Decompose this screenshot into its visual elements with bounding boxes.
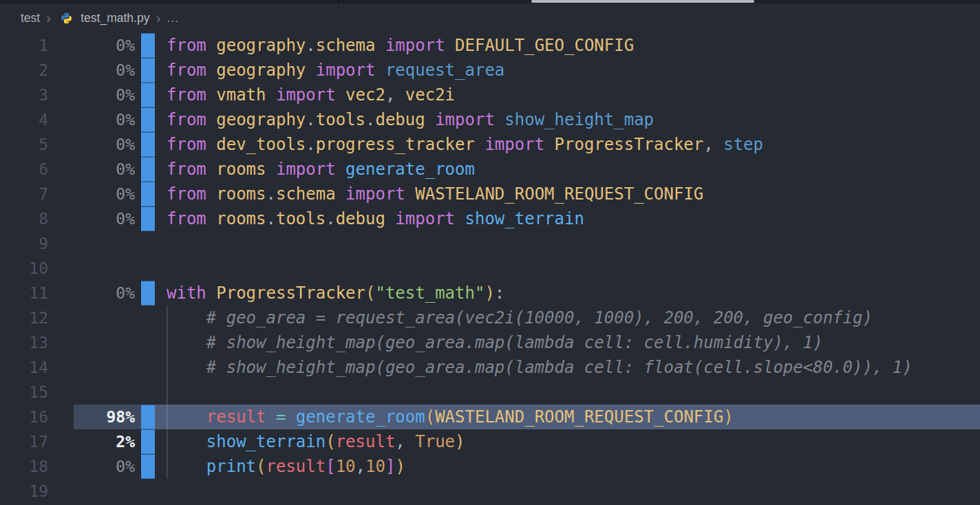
code-row[interactable]: 14 # show_height_map(geo_area.map(lambda… <box>0 355 980 380</box>
chevron-right-icon: › <box>156 10 160 25</box>
line-number[interactable]: 12 <box>0 305 48 330</box>
gutter-gap <box>135 206 141 231</box>
code-line[interactable]: print(result[10,10]) <box>155 454 980 479</box>
code-line[interactable]: # show_height_map(geo_area.map(lambda ce… <box>155 330 980 355</box>
coverage-percent: 0% <box>48 83 135 107</box>
breadcrumb-folder[interactable]: test <box>21 11 40 25</box>
line-number[interactable]: 7 <box>0 182 48 206</box>
breadcrumb: test › test_math.py › ... <box>0 3 980 33</box>
line-number[interactable]: 9 <box>0 231 48 256</box>
code-row[interactable]: 10 <box>0 256 980 281</box>
code-line[interactable]: from dev_tools.progress_tracker import P… <box>155 132 980 157</box>
token-kw: from <box>167 110 216 129</box>
code-row[interactable]: 172% show_terrain(result, True) <box>0 429 980 454</box>
code-row[interactable]: 50%from dev_tools.progress_tracker impor… <box>0 132 980 157</box>
line-number[interactable]: 8 <box>0 206 48 231</box>
line-number[interactable]: 10 <box>0 256 48 281</box>
line-number[interactable]: 17 <box>0 429 48 454</box>
token-pun <box>286 407 295 427</box>
gutter-gap <box>135 231 141 256</box>
token-fnm: request_area <box>385 61 504 80</box>
code-editor[interactable]: 10%from geography.schema import DEFAULT_… <box>0 33 980 505</box>
code-row[interactable]: 12 # geo_area = request_area(vec2i(10000… <box>0 305 980 330</box>
coverage-marker <box>141 454 155 479</box>
coverage-percent <box>48 305 135 330</box>
line-number[interactable]: 16 <box>0 405 48 429</box>
code-row[interactable]: 19 <box>0 479 980 504</box>
code-line[interactable]: # show_height_map(geo_area.map(lambda ce… <box>155 355 980 380</box>
line-number[interactable]: 11 <box>0 281 48 305</box>
code-row[interactable]: 20%from geography import request_area <box>0 58 980 83</box>
line-number[interactable]: 19 <box>0 479 48 504</box>
token-mod: debug <box>336 209 385 228</box>
line-number[interactable]: 1 <box>0 33 48 58</box>
token-pun: . <box>266 209 276 228</box>
token-mod: vec2 <box>345 85 385 105</box>
line-number[interactable]: 3 <box>0 83 48 107</box>
code-line[interactable]: from geography.tools.debug import show_h… <box>155 107 980 132</box>
line-number[interactable]: 2 <box>0 58 48 83</box>
token-b2: [ <box>326 457 335 476</box>
code-line[interactable] <box>155 231 980 256</box>
code-row[interactable]: 40%from geography.tools.debug import sho… <box>0 107 980 132</box>
code-line[interactable]: from rooms.tools.debug import show_terra… <box>155 206 980 231</box>
token-kw: from <box>167 135 216 154</box>
code-line[interactable]: from geography.schema import DEFAULT_GEO… <box>155 33 980 58</box>
code-line[interactable]: show_terrain(result, True) <box>155 429 980 454</box>
breadcrumb-file[interactable]: test_math.py <box>81 11 149 25</box>
token-mod: dev_tools <box>216 135 306 154</box>
token-pun: , <box>703 135 723 154</box>
code-row[interactable]: 10%from geography.schema import DEFAULT_… <box>0 33 980 58</box>
coverage-marker <box>141 107 155 132</box>
gutter-gap <box>135 405 141 429</box>
coverage-marker-slot <box>141 231 155 256</box>
coverage-marker-slot <box>141 256 155 281</box>
token-mod: ProgressTracker <box>555 135 704 154</box>
coverage-marker <box>141 132 155 157</box>
code-row[interactable]: 13 # show_height_map(geo_area.map(lambda… <box>0 330 980 355</box>
code-row[interactable]: 15 <box>0 380 980 405</box>
code-line[interactable]: from rooms import generate_room <box>155 157 980 182</box>
code-line[interactable]: result = generate_room(WASTELAND_ROOM_RE… <box>155 405 980 429</box>
code-row[interactable]: 9 <box>0 231 980 256</box>
token-pun: . <box>306 110 315 129</box>
code-row[interactable]: 80%from rooms.tools.debug import show_te… <box>0 206 980 231</box>
breadcrumb-symbol-ellipsis[interactable]: ... <box>167 11 179 25</box>
gutter-gap <box>135 182 141 206</box>
code-row[interactable]: 110%with ProgressTracker("test_math"): <box>0 281 980 305</box>
token-b2: ] <box>385 457 395 476</box>
python-icon <box>58 10 75 27</box>
tab-scrollbar-thumb[interactable] <box>531 0 754 3</box>
code-row[interactable]: 60%from rooms import generate_room <box>0 157 980 182</box>
gutter-gap <box>135 355 141 380</box>
coverage-marker-slot <box>141 355 155 380</box>
code-row[interactable]: 180% print(result[10,10]) <box>0 454 980 479</box>
code-line[interactable] <box>155 479 980 504</box>
token-mod: tools <box>316 110 365 129</box>
line-number[interactable]: 4 <box>0 107 48 132</box>
code-line[interactable]: with ProgressTracker("test_math"): <box>155 281 980 305</box>
coverage-marker <box>141 206 155 231</box>
token-kw: import <box>375 36 455 55</box>
token-kw: with <box>167 283 216 303</box>
line-number[interactable]: 6 <box>0 157 48 182</box>
line-number[interactable]: 14 <box>0 355 48 380</box>
code-row-highlighted[interactable]: 1698% result = generate_room(WASTELAND_R… <box>0 405 980 429</box>
token-b1: ) <box>723 407 733 427</box>
code-line[interactable] <box>155 380 980 405</box>
code-row[interactable]: 30%from vmath import vec2, vec2i <box>0 83 980 107</box>
code-line[interactable]: # geo_area = request_area(vec2i(10000, 1… <box>155 305 980 330</box>
coverage-marker-slot <box>141 454 155 479</box>
code-line[interactable]: from vmath import vec2, vec2i <box>155 83 980 107</box>
token-mod: geography <box>216 61 306 80</box>
code-line[interactable] <box>155 256 980 281</box>
line-number[interactable]: 5 <box>0 132 48 157</box>
code-line[interactable]: from rooms.schema import WASTELAND_ROOM_… <box>155 182 980 206</box>
code-line[interactable]: from geography import request_area <box>155 58 980 83</box>
token-mod: vec2i <box>405 85 455 105</box>
line-number[interactable]: 18 <box>0 454 48 479</box>
code-row[interactable]: 70%from rooms.schema import WASTELAND_RO… <box>0 182 980 206</box>
gutter-gap <box>135 479 141 504</box>
line-number[interactable]: 15 <box>0 380 48 405</box>
line-number[interactable]: 13 <box>0 330 48 355</box>
